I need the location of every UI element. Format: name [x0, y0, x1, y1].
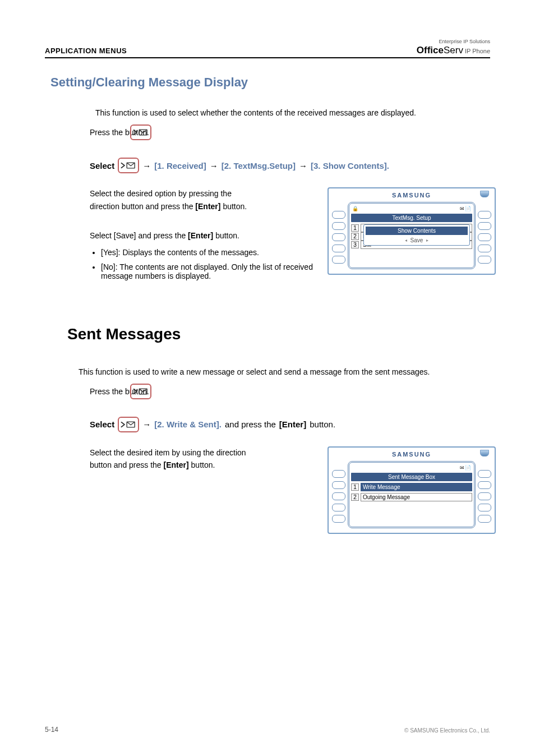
lcd-row-num: 2: [351, 233, 359, 240]
enter-key: [Enter]: [164, 460, 189, 469]
soft-button[interactable]: [478, 470, 491, 478]
soft-button[interactable]: [478, 515, 491, 523]
subsection-title: Setting/Clearing Message Display: [50, 75, 490, 90]
step-1: Press the button.: [90, 125, 490, 144]
brand-strong: Office: [417, 45, 444, 56]
right-soft-buttons: [478, 461, 491, 528]
lcd-row-num: 1: [351, 224, 359, 232]
nav-step-3: [3. Show Contents].: [311, 161, 389, 170]
intro-text-2: This function is used to write a new mes…: [79, 366, 490, 378]
soft-button[interactable]: [332, 492, 345, 500]
arrow-icon: →: [142, 420, 151, 429]
sec2-step-2c: button.: [191, 460, 215, 469]
lcd-status-bar: 🔒 ✉📄: [351, 205, 472, 212]
enter-key: [Enter]: [188, 231, 213, 240]
step-3b: button.: [215, 231, 239, 240]
lcd-status-bar: ✉📄: [351, 464, 472, 471]
nav-select-prefix: Select: [90, 420, 114, 429]
step-3: Select [Save] and press the [Enter] butt…: [90, 229, 316, 242]
sec2-step-2b: button and press the: [90, 460, 162, 469]
option-yes: [Yes]: Displays the contents of the mess…: [101, 248, 316, 257]
option-no: [No]: The contents are not displayed. On…: [101, 262, 316, 280]
soft-button[interactable]: [478, 492, 491, 500]
step-2b: direction button and press the: [90, 202, 193, 211]
popup-title: Show Contents: [366, 227, 468, 235]
step-3a: Select [Save] and press the: [90, 231, 186, 240]
message-button-icon: [118, 158, 139, 173]
lcd-row-num: 2: [351, 494, 359, 501]
triangle-right-icon: ▸: [426, 238, 428, 243]
soft-button[interactable]: [478, 504, 491, 511]
sec2-step-1: Press the button.: [90, 384, 490, 403]
arrow-icon: →: [142, 161, 151, 170]
soft-button[interactable]: [332, 504, 345, 511]
soft-button[interactable]: [332, 233, 345, 241]
nav-step-1: [1. Received]: [154, 161, 206, 170]
nav-step-1: [2. Write & Sent].: [154, 420, 222, 429]
nav-path: Select → [1. Received] → [2. TextMsg.Set…: [90, 158, 490, 173]
soft-button[interactable]: [332, 470, 345, 478]
brand-super: Enterprise IP Solutions: [417, 39, 490, 44]
section-title: Sent Messages: [67, 325, 490, 343]
soft-button[interactable]: [478, 233, 491, 241]
lcd-row[interactable]: 2 Outgoing Message: [351, 493, 472, 501]
left-soft-buttons: [332, 461, 345, 528]
options-list: [Yes]: Displays the contents of the mess…: [101, 248, 316, 280]
lcd-row-label: Write Message: [361, 483, 472, 491]
brand-light: Serv: [444, 45, 463, 56]
intro-text: This function is used to select whether …: [95, 107, 490, 119]
nav-and-press: and press the: [225, 420, 276, 429]
soft-button[interactable]: [478, 211, 491, 219]
page: APPLICATION MENUS Enterprise IP Solution…: [0, 0, 535, 756]
soft-button[interactable]: [332, 245, 345, 252]
soft-button[interactable]: [478, 256, 491, 264]
message-button-icon: [130, 125, 151, 140]
list-icon: 📄: [465, 465, 471, 471]
mail-icon: ✉: [460, 465, 464, 471]
lcd-screen: 🔒 ✉📄 TextMsg. Setup 1 In 2 No: [348, 202, 476, 269]
arrow-icon: →: [299, 161, 307, 170]
soft-button[interactable]: [478, 245, 491, 252]
popup-save-button[interactable]: ◂ Save ▸: [366, 237, 468, 243]
step-2c: button.: [223, 202, 247, 211]
lcd-row-num: 1: [351, 483, 359, 491]
soft-button[interactable]: [332, 515, 345, 523]
copyright: © SAMSUNG Electronics Co., Ltd.: [404, 727, 490, 734]
phone-brand: SAMSUNG: [392, 451, 431, 458]
list-icon: 📄: [465, 206, 471, 211]
sec2-step-2a: Select the desired item by using the dir…: [90, 448, 246, 457]
mail-icon: ✉: [460, 206, 464, 211]
lcd-row-label: Outgoing Message: [361, 493, 472, 501]
sec2-nav-path: Select → [2. Write & Sent]. and press th…: [90, 417, 490, 432]
message-button-icon: [118, 417, 139, 432]
step-2a: Select the desired option by pressing th…: [90, 189, 232, 198]
lcd-row-num: 3: [351, 241, 359, 248]
soft-button[interactable]: [478, 481, 491, 489]
lcd-screen: ✉📄 Sent Message Box 1 Write Message 2 Ou…: [348, 461, 476, 528]
soft-button[interactable]: [332, 256, 345, 264]
soft-button[interactable]: [478, 222, 491, 230]
nav-select-prefix: Select: [90, 161, 114, 170]
page-header: APPLICATION MENUS Enterprise IP Solution…: [45, 39, 490, 58]
phone-mock-1: SAMSUNG 🔒 ✉📄: [328, 187, 496, 275]
nav-step-2: [2. TextMsg.Setup]: [222, 161, 296, 170]
left-soft-buttons: [332, 202, 345, 269]
enter-key: [Enter]: [195, 202, 220, 211]
lcd-title: TextMsg. Setup: [351, 214, 472, 222]
lcd-row[interactable]: 1 Write Message: [351, 483, 472, 491]
brand-tail: IP Phone: [465, 48, 490, 54]
nav-tail: button.: [310, 420, 335, 429]
soft-button[interactable]: [332, 481, 345, 489]
enter-key: [Enter]: [279, 420, 306, 429]
led-icon: [480, 450, 489, 457]
soft-button[interactable]: [332, 211, 345, 219]
arrow-icon: →: [210, 161, 218, 170]
led-icon: [480, 191, 489, 197]
page-number: 5-14: [45, 726, 58, 734]
phone-mock-2: SAMSUNG ✉📄: [328, 446, 496, 534]
soft-button[interactable]: [332, 222, 345, 230]
right-soft-buttons: [478, 202, 491, 269]
message-button-icon: [130, 384, 151, 399]
lock-icon: 🔒: [352, 206, 358, 211]
section-name: APPLICATION MENUS: [45, 47, 127, 55]
